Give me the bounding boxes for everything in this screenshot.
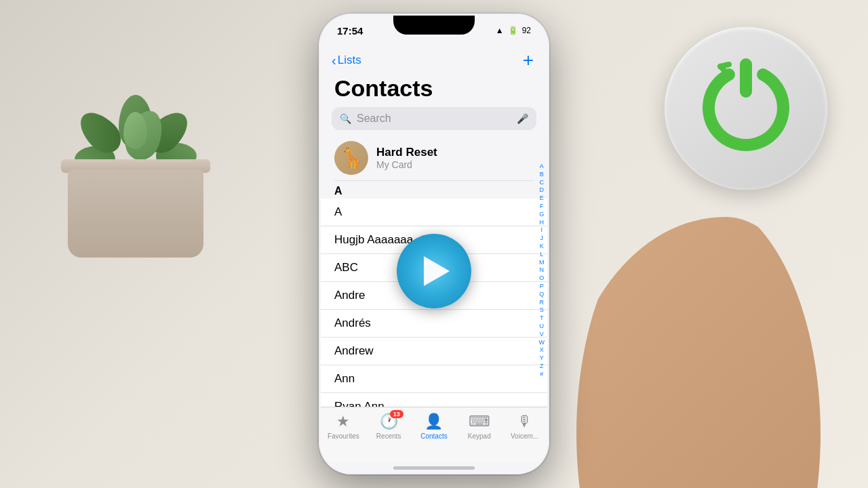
favourites-icon: ★ (336, 413, 350, 430)
tab-recents[interactable]: 🕐 13 Recents (370, 413, 408, 440)
avatar: 🦒 (334, 141, 368, 175)
alpha-r[interactable]: R (539, 299, 545, 306)
contact-row[interactable]: Ryan Ann (321, 393, 547, 407)
alpha-o[interactable]: O (539, 274, 545, 282)
alpha-f[interactable]: F (539, 203, 545, 210)
phone-frame: 17:54 ▲ 🔋 92 ‹ Lists + Contacts � (319, 14, 549, 474)
power-icon (692, 54, 800, 163)
recents-label: Recents (376, 432, 401, 440)
tab-favourites[interactable]: ★ Favourites (325, 413, 362, 440)
tab-bar: ★ Favourites 🕐 13 Recents 👤 Contacts ⌨ (321, 407, 547, 462)
alpha-a[interactable]: A (539, 163, 545, 170)
alpha-v[interactable]: V (539, 331, 545, 338)
alphabet-index[interactable]: A B C D E F G H I J K L M N O P Q (539, 163, 545, 378)
alpha-u[interactable]: U (539, 323, 545, 330)
contact-row[interactable]: Andrew (321, 338, 547, 365)
power-icon-area (651, 14, 841, 203)
notch (393, 16, 475, 35)
battery-icon: 🔋 (508, 26, 518, 35)
contacts-label: Contacts (420, 432, 447, 440)
play-button[interactable] (397, 234, 471, 308)
contact-row[interactable]: Andrés (321, 310, 547, 338)
search-bar[interactable]: 🔍 Search 🎤 (332, 107, 536, 130)
tab-contacts[interactable]: 👤 Contacts (415, 413, 452, 440)
search-placeholder: Search (357, 113, 511, 125)
plant-pot (41, 54, 231, 258)
favourites-label: Favourites (328, 432, 359, 440)
my-card-info: Hard Reset My Card (376, 146, 437, 170)
avatar-image: 🦒 (340, 147, 363, 169)
nav-bar: ‹ Lists + (321, 45, 547, 75)
alpha-b[interactable]: B (539, 171, 545, 178)
alpha-y[interactable]: Y (539, 354, 545, 362)
power-circle (665, 27, 827, 190)
tab-voicemail[interactable]: 🎙 Voicem... (506, 413, 543, 440)
alpha-i[interactable]: I (539, 226, 545, 234)
play-triangle-icon (424, 256, 450, 286)
keypad-icon: ⌨ (469, 413, 490, 430)
alpha-t[interactable]: T (539, 314, 545, 322)
contacts-app: ‹ Lists + Contacts 🔍 Search 🎤 🦒 (321, 45, 547, 472)
nav-add-button[interactable]: + (523, 49, 534, 71)
alpha-q[interactable]: Q (539, 291, 545, 298)
my-card-name: Hard Reset (376, 146, 437, 159)
battery-level: 92 (522, 26, 531, 35)
alpha-e[interactable]: E (539, 195, 545, 202)
page-title: Contacts (321, 75, 547, 107)
plant-decoration (0, 0, 285, 488)
status-time: 17:54 (337, 25, 363, 37)
my-card-subtitle: My Card (376, 159, 437, 170)
contacts-list: 🦒 Hard Reset My Card A A Hugjb Aaaaaaa A… (321, 136, 547, 407)
alpha-w[interactable]: W (539, 339, 545, 346)
pot-body (68, 169, 203, 258)
mic-icon: 🎤 (517, 113, 528, 124)
tab-keypad[interactable]: ⌨ Keypad (460, 413, 498, 440)
alpha-m[interactable]: M (539, 259, 545, 266)
back-chevron-icon: ‹ (332, 53, 336, 68)
home-indicator (393, 466, 475, 470)
alpha-s[interactable]: S (539, 306, 545, 314)
alpha-x[interactable]: X (539, 346, 545, 354)
alpha-p[interactable]: P (539, 283, 545, 290)
nav-back-button[interactable]: ‹ Lists (332, 53, 361, 68)
alpha-d[interactable]: D (539, 186, 545, 194)
alpha-c[interactable]: C (539, 179, 545, 186)
contact-row[interactable]: A (321, 199, 547, 226)
search-icon: 🔍 (340, 113, 351, 124)
alpha-l[interactable]: L (539, 251, 545, 258)
alpha-h[interactable]: H (539, 219, 545, 226)
alpha-j[interactable]: J (539, 235, 545, 242)
my-card[interactable]: 🦒 Hard Reset My Card (321, 136, 547, 180)
contact-row[interactable]: Ann (321, 365, 547, 393)
keypad-label: Keypad (468, 432, 491, 440)
nav-back-label: Lists (338, 54, 361, 67)
alpha-n[interactable]: N (539, 266, 545, 274)
voicemail-icon: 🎙 (517, 413, 532, 430)
recents-badge: 13 (390, 410, 403, 418)
contacts-icon: 👤 (425, 413, 443, 430)
status-bar: 17:54 ▲ 🔋 92 (321, 16, 547, 45)
alpha-z[interactable]: Z (539, 363, 545, 370)
status-icons: ▲ 🔋 92 (496, 26, 531, 35)
voicemail-label: Voicem... (511, 432, 538, 440)
recents-badge-container: 🕐 13 (380, 413, 398, 430)
alpha-hash[interactable]: # (539, 371, 545, 378)
alpha-k[interactable]: K (539, 243, 545, 250)
wifi-icon: ▲ (496, 26, 504, 35)
succulent (81, 54, 190, 176)
section-header-a: A (321, 181, 547, 199)
phone-inner: 17:54 ▲ 🔋 92 ‹ Lists + Contacts � (321, 16, 547, 472)
alpha-g[interactable]: G (539, 211, 545, 218)
